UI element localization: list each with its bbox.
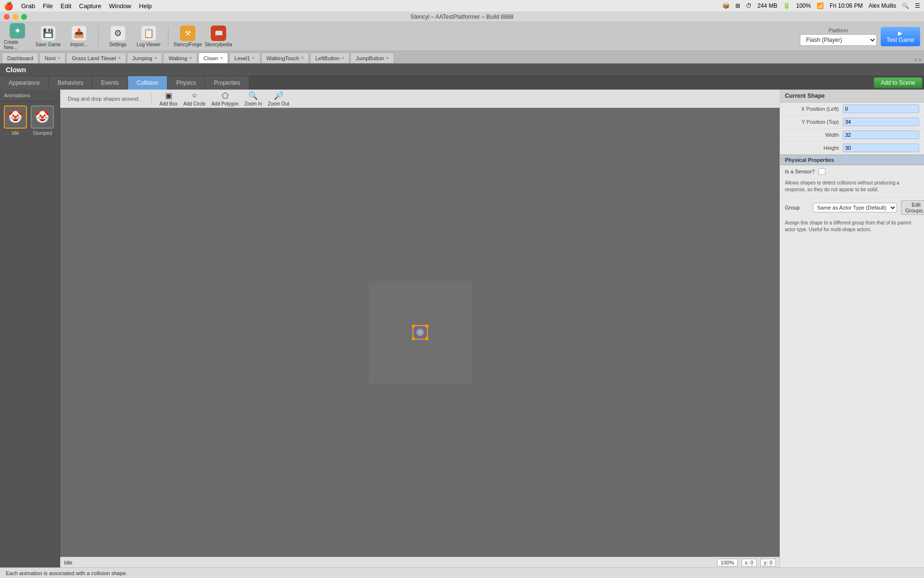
username: Alex Mullis [869,2,896,9]
animation-idle-label: Idle [12,131,19,136]
log-viewer-button[interactable]: 📋 Log Viewer [135,26,162,47]
y-position-label: Y Position (Top) [785,119,843,125]
width-input[interactable] [843,131,919,139]
stencylpedia-button[interactable]: 📖 Stencylpedia [205,26,232,47]
animations-sidebar: Animations 🤡 Idle 🤡 Stomped [0,90,60,567]
apple-icon[interactable]: 🍎 [4,1,13,11]
close-level1[interactable]: × [252,55,255,61]
add-polygon-tool[interactable]: ⬠ Add Polygon [211,91,239,106]
close-noni[interactable]: × [57,55,60,61]
tab-prev-arrow[interactable]: ‹ [914,55,918,63]
search-icon[interactable]: 🔍 [902,2,909,9]
zoom-indicator: 100% [717,559,737,566]
height-row: Height [780,142,924,155]
settings-button[interactable]: ⚙ Settings [104,26,131,47]
tab-properties[interactable]: Properties [205,76,249,90]
actor-sprite[interactable] [412,325,428,340]
group-label: Group [785,205,809,210]
tab-events[interactable]: Events [92,76,128,90]
test-game-button[interactable]: ▶ Test Game [881,27,920,46]
close-clown[interactable]: × [220,55,223,61]
close-jumping[interactable]: × [154,55,157,61]
right-panel: Current Shape X Position (Left) Y Positi… [780,90,924,567]
tab-physics[interactable]: Physics [167,76,205,90]
menubar-file[interactable]: File [43,2,53,10]
menubar-help[interactable]: Help [139,2,152,10]
tab-appearance[interactable]: Appearance [0,76,49,90]
canvas-status-bar: Idle 100% x: 0 y: 0 [60,557,780,567]
memory-indicator: 244 MB [757,2,777,9]
tab-nav-arrows[interactable]: ‹ › [914,55,924,63]
center-column: Drag and drop shapes around. ▣ Add Box ○… [60,90,780,567]
minimize-button[interactable] [13,14,18,20]
add-to-scene-button[interactable]: Add to Scene [874,78,922,88]
close-button[interactable] [4,14,10,20]
tab-level1[interactable]: Level1× [229,53,260,63]
clock: Fri 10:06 PM [830,2,863,9]
group-select[interactable]: Same as Actor Type (Default) Players Til… [813,203,897,212]
animation-idle[interactable]: 🤡 Idle [4,105,27,136]
y-position-row: Y Position (Top) [780,116,924,129]
tab-next-arrow[interactable]: › [918,55,922,63]
group-row: Group Same as Actor Type (Default) Playe… [780,197,924,218]
handle-tr[interactable] [425,325,428,328]
tab-grassland[interactable]: Grass Land Tileset× [66,53,126,63]
handle-br[interactable] [425,337,428,340]
platform-dropdown[interactable]: Flash (Player) [800,34,877,46]
tab-jumpbutton[interactable]: JumpButton× [350,53,394,63]
battery-level: 100% [796,2,811,9]
close-walkingtouch[interactable]: × [301,55,304,61]
stencylforge-button[interactable]: ⚒ StencylForge [174,26,201,47]
animation-stomped-thumb[interactable]: 🤡 [31,105,54,129]
zoom-out-icon: 🔎 [274,91,283,100]
zoom-in-tool[interactable]: 🔍 Zoom In [244,91,262,106]
menubar-app[interactable]: Grab [21,2,35,10]
close-walking[interactable]: × [189,55,192,61]
y-coord: y: 0 [760,559,776,566]
status-coords: 100% x: 0 y: 0 [713,559,776,566]
titlebar: Stencyl – AATestPlatformer – Build 8868 [0,12,924,22]
add-box-tool[interactable]: ▣ Add Box [159,91,178,106]
height-input[interactable] [843,144,919,152]
tab-clown[interactable]: Clown× [198,53,228,63]
menubar-window[interactable]: Window [109,2,131,10]
close-jumpbutton[interactable]: × [386,55,389,61]
tab-leftbutton[interactable]: LeftButton× [310,53,349,63]
menubar-edit[interactable]: Edit [61,2,71,10]
close-leftbutton[interactable]: × [342,55,345,61]
fullscreen-button[interactable] [21,14,27,20]
animation-idle-thumb[interactable]: 🤡 [4,105,27,129]
platform-section: Platform Flash (Player) ▶ Test Game [800,27,920,46]
add-circle-tool[interactable]: ○ Add Circle [183,91,205,106]
is-sensor-checkbox[interactable] [819,168,825,175]
import-button[interactable]: 📥 Import... [65,26,92,47]
zoom-out-tool[interactable]: 🔎 Zoom Out [268,91,289,106]
toolbar: ✦ Create New... 💾 Save Game 📥 Import... … [0,22,924,51]
actor-name: Clown [6,66,26,74]
handle-bl[interactable] [412,337,415,340]
y-position-input[interactable] [843,118,919,126]
list-icon[interactable]: ☰ [915,2,920,9]
tab-noni[interactable]: Noni× [39,53,65,63]
canvas-viewport[interactable] [60,108,780,557]
edit-groups-button[interactable]: Edit Groups... [901,200,924,215]
create-new-button[interactable]: ✦ Create New... [4,23,31,50]
save-game-button[interactable]: 💾 Save Game [35,26,62,47]
menubar-capture[interactable]: Capture [79,2,101,10]
tab-walkingtouch[interactable]: WalkingTouch× [261,53,309,63]
x-position-row: X Position (Left) [780,103,924,116]
tab-dashboard[interactable]: Dashboard [2,53,38,63]
status-message: Each animation is associated with a coll… [6,570,128,576]
is-sensor-label: Is a Sensor? [785,169,815,174]
tab-behaviors[interactable]: Behaviors [49,76,92,90]
x-position-input[interactable] [843,105,919,113]
tab-collision[interactable]: Collision [128,76,167,90]
canvas-toolbar: Drag and drop shapes around. ▣ Add Box ○… [60,90,780,108]
tab-walking[interactable]: Walking× [163,53,197,63]
tab-jumping[interactable]: Jumping× [127,53,162,63]
animation-stomped[interactable]: 🤡 Stomped [31,105,54,136]
close-grassland[interactable]: × [118,55,121,61]
actor-canvas-bg [369,281,472,384]
canvas-toolbar-sep [151,93,152,105]
handle-tl[interactable] [412,325,415,328]
